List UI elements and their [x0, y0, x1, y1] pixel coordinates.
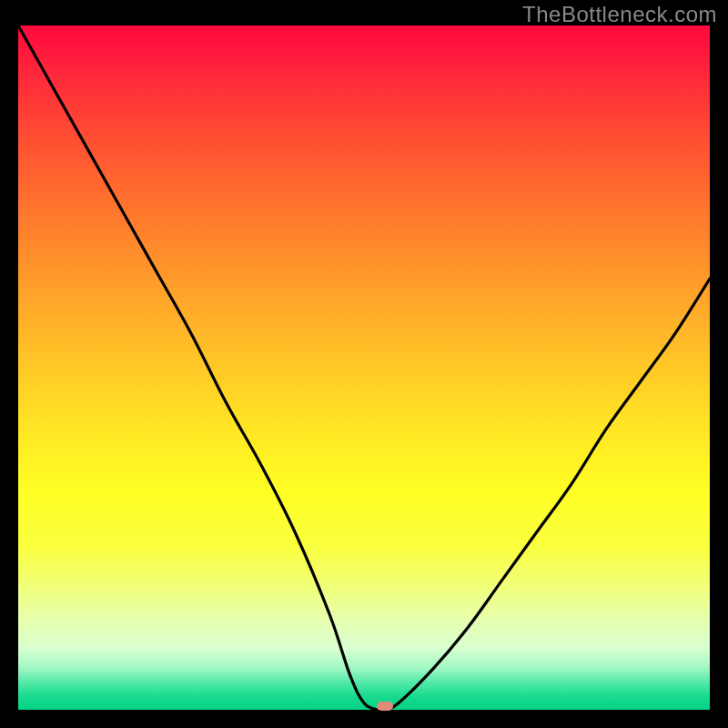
chart-container: TheBottleneck.com	[0, 0, 728, 728]
watermark-text: TheBottleneck.com	[522, 2, 717, 27]
optimum-marker-icon	[377, 702, 393, 711]
plot-area	[18, 25, 710, 710]
bottleneck-curve	[18, 25, 710, 710]
